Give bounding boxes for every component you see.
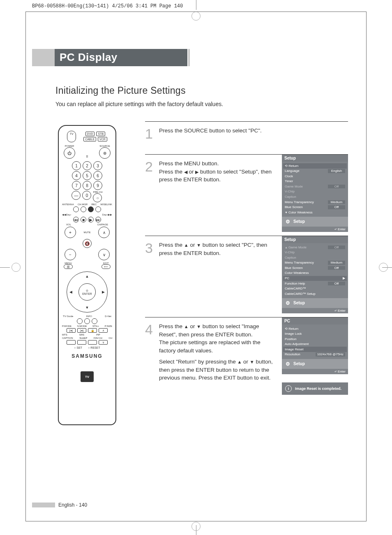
still-label: STILL bbox=[92, 325, 99, 327]
osd-item: V-Chip bbox=[285, 190, 295, 194]
exit-btn: ⟸ bbox=[101, 264, 111, 269]
digit-9: 9 bbox=[93, 181, 102, 190]
mode-dvd: DVD bbox=[85, 132, 95, 136]
info-btn bbox=[84, 318, 90, 324]
source-button: ⊕ bbox=[99, 147, 111, 159]
crop-target bbox=[379, 263, 388, 272]
antenna-btn bbox=[73, 206, 79, 212]
mode-cable: CABLE bbox=[83, 137, 96, 141]
osd-enter-hint: ⤶ Enter bbox=[282, 308, 348, 313]
osd-title: Setup bbox=[282, 155, 348, 162]
mute-label: MUTE bbox=[84, 231, 91, 234]
info-icon: i bbox=[285, 385, 292, 392]
still-btn: 🔒 bbox=[88, 328, 97, 333]
osd-item: Clock bbox=[285, 174, 293, 178]
play-btn: ▶ bbox=[88, 217, 94, 222]
crop-target bbox=[191, 522, 201, 531]
ff-btn: ⏭ bbox=[95, 217, 101, 222]
up-arrow-icon: ▲ bbox=[184, 324, 189, 329]
osd-item: Resolution bbox=[285, 352, 300, 357]
digit-7: 7 bbox=[72, 181, 81, 190]
step-text: Press the SOURCE button to select "PC". bbox=[159, 127, 348, 150]
osd-scroll-up: Game Mode bbox=[285, 245, 307, 250]
wiselink-label: WISELINK bbox=[100, 203, 112, 206]
up-arrow-icon: ▲ bbox=[237, 359, 242, 364]
digit-6: 6 bbox=[93, 171, 102, 180]
subtitle: Initializing the Picture Settings bbox=[55, 85, 186, 96]
power-label: POWER bbox=[64, 145, 75, 147]
osd-title: Setup bbox=[282, 236, 348, 243]
osd-value: Medium bbox=[328, 200, 345, 204]
chmgr-btn bbox=[81, 206, 86, 212]
dpad: ▲ ▼ ◀ ▶ ⊙ENTER bbox=[67, 271, 108, 313]
osd-item: Color Weakness bbox=[285, 271, 309, 275]
osd-item: CableCARD™ Setup bbox=[285, 292, 316, 296]
ch-label: CH bbox=[108, 337, 112, 339]
dash-button: — bbox=[71, 191, 81, 200]
mute-btn: 🔇 bbox=[83, 239, 92, 248]
print-header: BP68-00588H-00Eng(130~141) 4/25/06 3:41 … bbox=[32, 3, 183, 9]
ch-up: ∧ bbox=[98, 227, 110, 238]
menu-label: MENU bbox=[64, 262, 73, 264]
osd-item: Language bbox=[285, 169, 300, 173]
dnet-label: D-Net bbox=[105, 315, 111, 317]
gear-icon: ⚙ bbox=[284, 218, 291, 225]
digit-3: 3 bbox=[93, 161, 102, 170]
chpage-label: CH/PAGE bbox=[97, 223, 108, 226]
down-arrow-icon: ▼ bbox=[196, 243, 201, 248]
osd-return: Return bbox=[285, 327, 298, 331]
rec-btn bbox=[88, 206, 94, 212]
smode-btn: (●) bbox=[77, 328, 86, 333]
smode-label: S.MODE bbox=[77, 325, 87, 327]
crop-mark bbox=[0, 267, 10, 268]
osd-value: Off bbox=[328, 245, 345, 250]
step-4: 4 Press the ▲ or ▼ button to select "Ima… bbox=[145, 317, 348, 399]
favch-label: FAV.CH bbox=[94, 337, 102, 339]
title-accent bbox=[32, 49, 55, 66]
osd-return: Return bbox=[285, 164, 298, 168]
down-arrow-icon: ▼ bbox=[196, 324, 201, 329]
down-arrow-icon: ▼ bbox=[250, 359, 254, 364]
left-arrow-icon: ◀ bbox=[69, 290, 72, 294]
tvguide-btn bbox=[77, 318, 83, 324]
power-button: ⏻ bbox=[64, 147, 75, 159]
osd-value: 1024x768 @75Hz bbox=[316, 352, 345, 357]
osd-item: Timer bbox=[285, 179, 293, 183]
gear-icon: ⚙ bbox=[284, 361, 291, 367]
exit-label: EXIT bbox=[101, 262, 111, 264]
osd-item: Menu Transparency bbox=[285, 200, 314, 204]
reset-label: RESET bbox=[90, 346, 100, 349]
right-arrow-icon: ▶ bbox=[102, 290, 105, 294]
set-label: SET bbox=[77, 346, 83, 349]
osd-footer-label: Setup bbox=[293, 301, 305, 305]
source-label: SOURCE bbox=[99, 145, 111, 147]
tvguide-logo: TV bbox=[81, 371, 94, 382]
digit-0: 0 bbox=[82, 191, 91, 200]
osd-item: CableCARD™ bbox=[285, 287, 306, 291]
osd-value: Off bbox=[328, 185, 345, 189]
osd-item-pc: PC bbox=[285, 276, 289, 280]
step-number: 4 bbox=[145, 322, 159, 395]
pip-label: PIP bbox=[96, 334, 100, 336]
page-footer: English - 140 bbox=[32, 502, 87, 508]
vol-label: VOL bbox=[66, 223, 71, 226]
menu-btn: ▥ bbox=[64, 264, 73, 269]
osd-setup-2: Setup Game ModeOff V-Chip Caption Menu T… bbox=[282, 236, 348, 313]
osd-value: Off bbox=[328, 266, 345, 270]
page-frame: PC Display Initializing the Picture Sett… bbox=[25, 12, 367, 521]
step-number: 1 bbox=[145, 127, 159, 150]
osd-item: Menu Transparency bbox=[285, 261, 314, 265]
osd-item: Game Mode bbox=[285, 185, 303, 189]
toast-message: Image Reset is completed. bbox=[295, 387, 341, 391]
tv-button: TV bbox=[67, 131, 76, 142]
vol-down: − bbox=[65, 249, 76, 260]
sleep-btn bbox=[77, 340, 86, 345]
footer-accent bbox=[32, 503, 55, 507]
osd-value: Medium bbox=[328, 261, 345, 265]
osd-value: Off bbox=[328, 282, 345, 286]
enter-btn: ⊙ENTER bbox=[78, 283, 96, 301]
remote-control-diagram: TV DVD STB CABLE VCR POWER⏻ ⠿ SOURCE⊕ 12… bbox=[58, 125, 116, 425]
psize-btn: ∧ bbox=[99, 328, 108, 333]
chlist-btn: ∨ bbox=[99, 340, 108, 345]
osd-enter-hint: ⤶ Enter bbox=[282, 369, 348, 374]
